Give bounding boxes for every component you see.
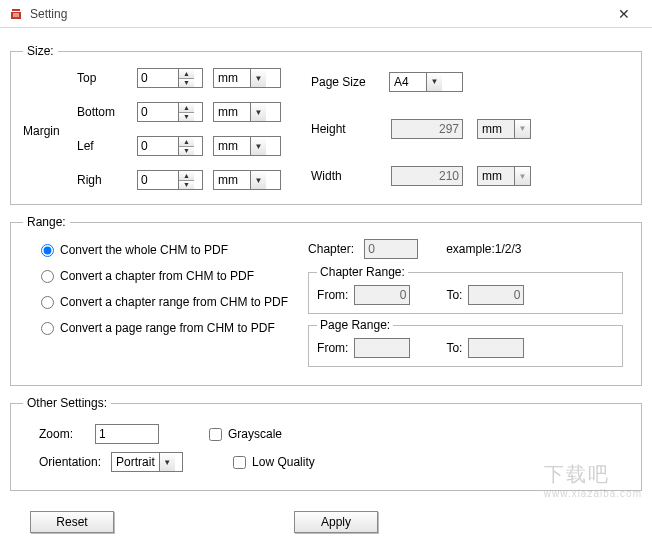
page-from-input bbox=[354, 338, 410, 358]
spin-up-icon[interactable]: ▲ bbox=[179, 171, 194, 181]
chapter-input bbox=[364, 239, 418, 259]
page-range-group: Page Range: From: To: bbox=[308, 318, 623, 367]
orientation-label: Orientation: bbox=[39, 455, 101, 469]
spin-up-icon[interactable]: ▲ bbox=[179, 103, 194, 113]
chevron-down-icon[interactable]: ▼ bbox=[426, 73, 442, 91]
margin-right-label: Righ bbox=[77, 173, 127, 187]
zoom-label: Zoom: bbox=[39, 427, 85, 441]
other-settings-group: Other Settings: Zoom: Grayscale Orientat… bbox=[10, 396, 642, 491]
chapter-to-label: To: bbox=[446, 288, 462, 302]
chapter-from-label: From: bbox=[317, 288, 348, 302]
chapter-to-input bbox=[468, 285, 524, 305]
grayscale-checkbox[interactable]: Grayscale bbox=[209, 427, 282, 441]
margin-top-unit[interactable]: mm▼ bbox=[213, 68, 281, 88]
height-input bbox=[391, 119, 463, 139]
window-title: Setting bbox=[30, 7, 604, 21]
width-input bbox=[391, 166, 463, 186]
chapter-range-legend: Chapter Range: bbox=[317, 265, 408, 279]
titlebar: Setting ✕ bbox=[0, 0, 652, 28]
chevron-down-icon[interactable]: ▼ bbox=[159, 453, 175, 471]
chevron-down-icon[interactable]: ▼ bbox=[250, 103, 266, 121]
page-size-label: Page Size bbox=[311, 75, 379, 89]
margin-label: Margin bbox=[23, 120, 77, 138]
radio-convert-page-range[interactable]: Convert a page range from CHM to PDF bbox=[41, 321, 288, 335]
margin-bottom-input[interactable]: ▲▼ bbox=[137, 102, 203, 122]
page-from-label: From: bbox=[317, 341, 348, 355]
apply-button[interactable]: Apply bbox=[294, 511, 378, 533]
margin-top-input[interactable]: ▲▼ bbox=[137, 68, 203, 88]
margin-left-input[interactable]: ▲▼ bbox=[137, 136, 203, 156]
spin-down-icon[interactable]: ▼ bbox=[179, 79, 194, 88]
chevron-down-icon[interactable]: ▼ bbox=[250, 137, 266, 155]
chevron-down-icon[interactable]: ▼ bbox=[250, 69, 266, 87]
low-quality-checkbox[interactable]: Low Quality bbox=[233, 455, 315, 469]
chapter-from-input bbox=[354, 285, 410, 305]
spin-down-icon[interactable]: ▼ bbox=[179, 181, 194, 190]
height-unit: mm▼ bbox=[477, 119, 531, 139]
radio-convert-chapter-range[interactable]: Convert a chapter range from CHM to PDF bbox=[41, 295, 288, 309]
radio-convert-whole[interactable]: Convert the whole CHM to PDF bbox=[41, 243, 288, 257]
chevron-down-icon: ▼ bbox=[514, 167, 530, 185]
size-legend: Size: bbox=[23, 44, 58, 58]
chevron-down-icon: ▼ bbox=[514, 120, 530, 138]
margin-right-input[interactable]: ▲▼ bbox=[137, 170, 203, 190]
margin-bottom-label: Bottom bbox=[77, 105, 127, 119]
orientation-select[interactable]: Portrait▼ bbox=[111, 452, 183, 472]
app-icon bbox=[8, 6, 24, 22]
reset-button[interactable]: Reset bbox=[30, 511, 114, 533]
width-label: Width bbox=[311, 169, 381, 183]
spin-up-icon[interactable]: ▲ bbox=[179, 137, 194, 147]
margin-right-unit[interactable]: mm▼ bbox=[213, 170, 281, 190]
margin-top-label: Top bbox=[77, 71, 127, 85]
chapter-example: example:1/2/3 bbox=[446, 242, 521, 256]
close-button[interactable]: ✕ bbox=[604, 6, 644, 22]
margin-left-label: Lef bbox=[77, 139, 127, 153]
width-unit: mm▼ bbox=[477, 166, 531, 186]
chapter-range-group: Chapter Range: From: To: bbox=[308, 265, 623, 314]
chevron-down-icon[interactable]: ▼ bbox=[250, 171, 266, 189]
zoom-input[interactable] bbox=[95, 424, 159, 444]
margin-bottom-unit[interactable]: mm▼ bbox=[213, 102, 281, 122]
page-to-label: To: bbox=[446, 341, 462, 355]
other-legend: Other Settings: bbox=[23, 396, 111, 410]
chapter-label: Chapter: bbox=[308, 242, 354, 256]
size-group: Size: Margin Top ▲▼ mm▼ Bottom ▲▼ mm▼ Le… bbox=[10, 44, 642, 205]
margin-left-unit[interactable]: mm▼ bbox=[213, 136, 281, 156]
spin-up-icon[interactable]: ▲ bbox=[179, 69, 194, 79]
page-range-legend: Page Range: bbox=[317, 318, 393, 332]
radio-convert-chapter[interactable]: Convert a chapter from CHM to PDF bbox=[41, 269, 288, 283]
spin-down-icon[interactable]: ▼ bbox=[179, 113, 194, 122]
height-label: Height bbox=[311, 122, 381, 136]
page-to-input bbox=[468, 338, 524, 358]
page-size-select[interactable]: A4▼ bbox=[389, 72, 463, 92]
spin-down-icon[interactable]: ▼ bbox=[179, 147, 194, 156]
range-legend: Range: bbox=[23, 215, 70, 229]
range-group: Range: Convert the whole CHM to PDF Conv… bbox=[10, 215, 642, 386]
